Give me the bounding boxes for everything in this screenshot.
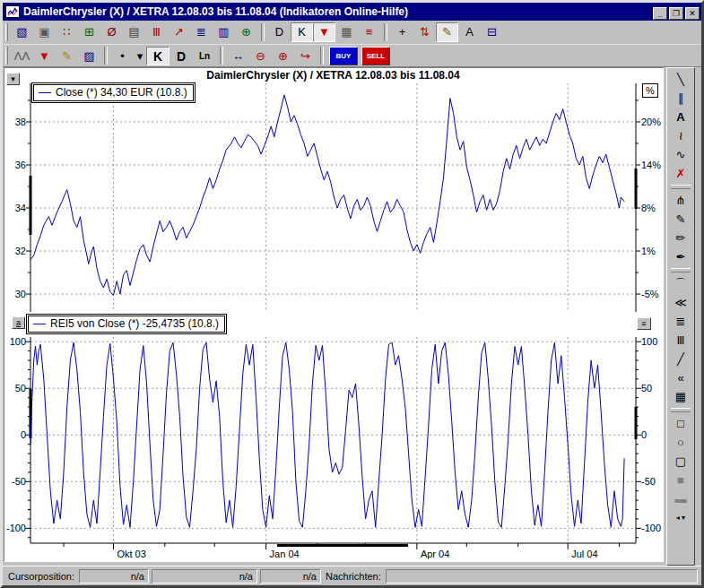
delete-indicator-button[interactable]: Ø — [100, 22, 123, 42]
panel1-legend[interactable]: Close (*) 34,30 EUR (10.8.) — [33, 84, 194, 101]
indicator-axis-label: 50 — [641, 383, 652, 393]
freehand-tool[interactable]: ≀ — [669, 126, 692, 145]
zoom-out-button[interactable]: ⊖ — [249, 47, 272, 65]
titlebar[interactable]: DaimlerChrysler (X) / XETRA 12.08.03 bis… — [3, 3, 701, 21]
filled-rounded-rect-tool[interactable]: ▬ — [669, 489, 692, 508]
panel1-collapse-button[interactable]: ▾ — [6, 73, 20, 85]
copy-chart-button[interactable]: ▣ — [33, 22, 56, 42]
minimize-button[interactable]: _ — [653, 7, 667, 20]
candle-chart-button[interactable]: K — [146, 47, 169, 65]
panel2-properties-button[interactable]: ≡ — [637, 317, 651, 330]
line-chart-button[interactable]: ↗ — [168, 22, 190, 42]
chart-structure-button[interactable]: ⊞ — [78, 22, 100, 42]
percent-axis-label: 20% — [641, 117, 661, 127]
portfolio-button[interactable]: ∷ — [56, 22, 78, 42]
sell-button[interactable]: SELL — [361, 47, 390, 65]
arc-tool[interactable]: ⌒ — [669, 274, 692, 293]
maximize-button[interactable]: ❐ — [669, 7, 683, 20]
chart-area[interactable]: 30-5%321%348%3614%3820%-100-100-50-50005… — [4, 67, 664, 562]
time-axis-label: Okt 03 — [117, 549, 145, 559]
speed-lines-tool[interactable]: « — [669, 368, 692, 387]
period-k-button[interactable]: K — [291, 22, 313, 42]
marker-pen-button[interactable]: ✎ — [56, 47, 78, 65]
panel2-legend[interactable]: REI5 von Close (*) -25,4735 (10.8.) — [28, 316, 225, 333]
pivot-tool[interactable]: ⋔ — [669, 191, 692, 210]
indicator-settings-button[interactable]: ≡ — [358, 22, 380, 42]
fit-horizontal-button[interactable]: ↔ — [227, 47, 249, 65]
window-controls: _❐✕ — [651, 4, 700, 21]
zoom-in-button[interactable]: ⊕ — [272, 47, 294, 65]
percent-axis-label: 8% — [641, 203, 656, 213]
jump-to-end-button[interactable]: ↪ — [294, 47, 317, 65]
channel-pencil-tool[interactable]: ✒ — [669, 247, 692, 266]
fibonacci-pencil-tool[interactable]: ✏ — [669, 229, 692, 247]
time-scroll-thumb[interactable] — [277, 544, 408, 547]
chart-title: DaimlerChrysler (X) / XETRA 12.08.03 bis… — [30, 69, 636, 82]
new-indicator-button[interactable]: ⊕ — [235, 22, 257, 42]
filled-rect-tool[interactable]: ■ — [669, 471, 692, 489]
indicator-axis-label: 50 — [15, 383, 26, 393]
chart-list-button[interactable]: ▥ — [213, 22, 235, 42]
parallel-lines-tool[interactable]: ∥ — [669, 89, 692, 108]
drawing-toolbar: ╲∥A≀∿✗⋔✎✏✒⌒≪≣Ⅲ╱«▦□○▢■▬◂ ▾ — [666, 67, 695, 566]
toolbar-separator — [320, 47, 324, 65]
toolbar-gripper — [5, 47, 8, 65]
app-icon — [5, 5, 20, 18]
rectangle-tool[interactable]: □ — [669, 414, 692, 433]
percent-axis-label: -5% — [641, 289, 659, 299]
toolbar-separator — [671, 408, 691, 412]
signals-button[interactable]: ▼ — [313, 22, 335, 42]
panel2-options-label: a — [16, 318, 21, 327]
curve-tool[interactable]: ∿ — [669, 145, 692, 164]
line-tool[interactable]: ╲ — [669, 70, 692, 89]
new-chart-button[interactable]: ▧ — [11, 22, 33, 42]
close-button[interactable]: ✕ — [685, 7, 700, 20]
indicator-axis-label: 100 — [641, 336, 657, 347]
ellipse-tool[interactable]: ○ — [669, 433, 692, 452]
toolbar-separator — [261, 23, 265, 41]
fibonacci-levels-tool[interactable]: ≣ — [669, 312, 692, 331]
status-bar: Cursorposition: n/a n/a n/a Nachrichten: — [3, 566, 701, 585]
gann-pencil-tool[interactable]: ✎ — [669, 210, 692, 229]
rounded-rect-tool[interactable]: ▢ — [669, 452, 692, 471]
axis-emphasis-bar — [635, 407, 638, 439]
quote-table-button[interactable]: ▤ — [123, 22, 145, 42]
period-d-button[interactable]: D — [268, 22, 291, 42]
diagonal-line-tool[interactable]: ╱ — [669, 350, 692, 368]
panel1-legend-label: Close (*) 34,30 EUR (10.8.) — [56, 86, 187, 99]
zigzag-button[interactable]: ΛΛ — [11, 47, 33, 65]
log-scale-button[interactable]: Ln — [193, 47, 216, 65]
volume-chart-button[interactable]: Ⅲ — [145, 22, 168, 42]
news-field — [386, 569, 698, 584]
line-style-button[interactable]: • — [111, 47, 134, 65]
close-price-line — [30, 95, 624, 295]
main-region: 30-5%321%348%3614%3820%-100-100-50-50005… — [3, 67, 701, 566]
toolbar-scroll-button[interactable]: ◂ ▾ — [669, 508, 692, 527]
indicator-axis-label: -50 — [641, 476, 656, 487]
chart-properties-button[interactable]: ▨ — [78, 47, 100, 65]
toolbar-row-1: ▧▣∷⊞Ø▤Ⅲ↗≣▥⊕DK▼▦≡+⇅✎A⊟ — [3, 21, 701, 45]
indicator-axis-label: -100 — [641, 523, 661, 533]
vertical-lines-tool[interactable]: Ⅲ — [669, 331, 692, 350]
axis-emphasis-bar — [30, 176, 32, 235]
line-style-dropdown[interactable]: ▾ — [134, 47, 146, 65]
delete-drawing-tool[interactable]: ✗ — [669, 164, 692, 183]
chart-info-button[interactable]: ≣ — [190, 22, 213, 42]
properties-list-button[interactable]: ⊟ — [481, 22, 503, 42]
chart-canvas: 30-5%321%348%3614%3820%-100-100-50-50005… — [4, 68, 663, 561]
notes-button[interactable]: A — [458, 22, 481, 42]
trend-arrows-button[interactable]: ⇅ — [413, 22, 436, 42]
text-tool[interactable]: A — [669, 108, 692, 126]
panel2-options-button[interactable]: a — [12, 316, 25, 329]
grid-tool[interactable]: ▦ — [669, 387, 692, 406]
fan-lines-tool[interactable]: ≪ — [669, 293, 692, 312]
price-axis-label: 34 — [15, 203, 26, 213]
news-label: Nachrichten: — [324, 571, 383, 582]
signal-markers-button[interactable]: ▼ — [33, 47, 56, 65]
chart-grid-button[interactable]: ▦ — [335, 22, 358, 42]
draw-pencil-button[interactable]: ✎ — [436, 22, 458, 42]
buy-button[interactable]: BUY — [329, 47, 358, 65]
daily-chart-button[interactable]: D — [169, 47, 193, 65]
crosshair-button[interactable]: + — [391, 22, 413, 42]
cursor-position-label: Cursorposition: — [6, 571, 76, 582]
